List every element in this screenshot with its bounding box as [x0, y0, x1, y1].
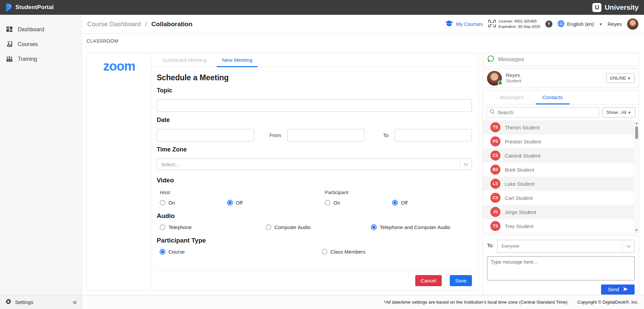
contact-avatar: TS [490, 122, 500, 132]
contact-row[interactable]: PS Preston Student [483, 134, 639, 148]
contact-avatar: JS [490, 207, 500, 217]
contact-row[interactable]: JS Jorge Student [483, 205, 639, 219]
tab-new-meeting[interactable]: New Meeting [217, 53, 258, 67]
tab-messages[interactable]: Messages [493, 90, 530, 104]
messages-header: Messages [483, 53, 639, 66]
dashboard-icon [6, 26, 13, 33]
contact-row[interactable]: LS Luke Student [483, 177, 639, 191]
contact-name: Brett Student [505, 167, 534, 173]
license-number: License: 4001-325465 [499, 19, 540, 24]
tab-contacts[interactable]: Contacts [536, 90, 570, 104]
my-courses-link[interactable]: My Courses [445, 20, 483, 28]
footer: Settings « *All date/time settings are b… [0, 295, 644, 309]
topbar: StudentPortal U University [0, 0, 644, 15]
studentportal-logo-icon [5, 4, 12, 11]
sidebar-item-courses[interactable]: Courses [0, 37, 82, 52]
language-selector[interactable]: English (en) [557, 20, 594, 28]
participant-type-course-radio[interactable]: Course [160, 249, 322, 255]
current-user-card: Reyes Student ONLINE ▼ [483, 68, 639, 88]
user-first-name: Reyes [506, 72, 522, 79]
sidebar-item-dashboard[interactable]: Dashboard [0, 22, 82, 37]
settings-label[interactable]: Settings [15, 299, 73, 305]
copyright-text: Copyright © DigitalDesk®, Inc. [577, 300, 639, 305]
date-label: Date [157, 117, 472, 124]
meeting-tabs: Scheduled Meeting New Meeting [152, 53, 478, 67]
collapse-sidebar-button[interactable]: « [73, 299, 77, 306]
chat-bubble-icon [488, 55, 494, 64]
chevron-down-icon[interactable]: ▼ [599, 22, 603, 26]
contact-avatar: LS [490, 179, 500, 189]
audio-computer-radio[interactable]: Computer Audio [266, 224, 371, 230]
scrollbar-thumb[interactable] [635, 126, 638, 139]
university-logo-icon: U [592, 3, 601, 12]
contacts-search-row: Show : All ▼ [483, 104, 639, 120]
cancel-button[interactable]: Cancel [415, 275, 442, 286]
message-input[interactable] [487, 256, 635, 280]
topic-input[interactable] [157, 99, 472, 112]
footer-text-area: *All date/time settings are based on the… [82, 295, 644, 309]
breadcrumb-current: Collaboration [151, 20, 192, 28]
participant-on-radio[interactable]: On [325, 200, 392, 206]
license-expiration: Expiration: 30-Sep-2025 [499, 24, 540, 30]
schedule-meeting-form: Schedule a Meeting Topic Date From To Ti… [152, 67, 478, 290]
audio-telephone-radio[interactable]: Telephone [160, 224, 266, 230]
recipient-select[interactable]: Everyone [497, 240, 635, 253]
radio-icon [266, 224, 271, 230]
qr-code-icon [488, 19, 496, 29]
user-avatar [487, 71, 502, 86]
audio-telephone-and-computer-radio[interactable]: Telephone and Computer Audio [371, 224, 450, 230]
contact-row[interactable]: TS Trey Student [483, 219, 639, 233]
radio-icon [392, 200, 398, 206]
recipient-value: Everyone [497, 244, 622, 249]
radio-icon [325, 200, 330, 206]
studentportal-brand[interactable]: StudentPortal [5, 4, 54, 11]
topic-label: Topic [157, 87, 472, 94]
contact-row[interactable]: TS Theron Student [483, 120, 639, 134]
save-button[interactable]: Save [450, 275, 472, 286]
gear-icon [5, 299, 11, 306]
host-on-radio[interactable]: On [160, 200, 227, 206]
timezone-label: Time Zone [157, 146, 472, 153]
status-dropdown-button[interactable]: ONLINE ▼ [606, 73, 635, 83]
participant-label: Participant [325, 189, 472, 195]
from-time-input[interactable] [287, 129, 365, 141]
search-input[interactable] [497, 109, 596, 115]
send-button[interactable]: Send [601, 284, 635, 295]
host-off-radio[interactable]: Off [227, 200, 243, 206]
university-name: University [604, 3, 639, 11]
contacts-scrollbar[interactable]: ▲ ▼ [634, 120, 639, 233]
globe-icon [557, 20, 565, 28]
contacts-search-box[interactable] [486, 107, 599, 118]
zoom-branding-column: zoom [87, 53, 152, 290]
tab-scheduled-meeting[interactable]: Scheduled Meeting [157, 53, 212, 67]
breadcrumb-parent[interactable]: Course Dashboard [87, 20, 141, 28]
timezone-select[interactable]: Select... [157, 159, 472, 170]
date-input[interactable] [157, 129, 254, 141]
meeting-scheduler-card: zoom Scheduled Meeting New Meeting Sched… [86, 53, 479, 291]
scroll-up-icon[interactable]: ▲ [634, 121, 639, 125]
contact-row[interactable]: CS Calvinâ Student [483, 148, 639, 163]
radio-icon [160, 249, 165, 255]
contacts-list: TS Theron Student PS Preston Student CS … [483, 120, 639, 233]
messages-panel: Messages Reyes Student ONLINE ▼ Messages… [483, 53, 639, 298]
to-label: To [383, 132, 388, 138]
my-courses-label: My Courses [456, 21, 483, 27]
sidebar-item-training[interactable]: Training [0, 52, 82, 67]
university-logo: U University [592, 3, 639, 12]
user-avatar[interactable] [627, 18, 639, 30]
video-section-title: Video [157, 177, 472, 184]
radio-icon [160, 200, 165, 206]
chevron-down-icon [622, 240, 634, 252]
chevron-down-icon [460, 159, 472, 170]
contact-row[interactable]: BS Brett Student [483, 163, 639, 177]
contact-name: Luke Student [505, 181, 534, 187]
help-icon[interactable]: ? [545, 20, 552, 28]
participant-type-class-members-radio[interactable]: Class Members [322, 249, 365, 255]
scroll-down-icon[interactable]: ▼ [634, 228, 639, 232]
contact-row[interactable]: CS Carl Student [483, 191, 639, 205]
show-filter-button[interactable]: Show : All ▼ [602, 107, 635, 118]
language-label: English (en) [567, 21, 594, 27]
to-time-input[interactable] [394, 129, 472, 141]
user-name: Reyes [607, 21, 622, 27]
participant-off-radio[interactable]: Off [392, 200, 408, 206]
